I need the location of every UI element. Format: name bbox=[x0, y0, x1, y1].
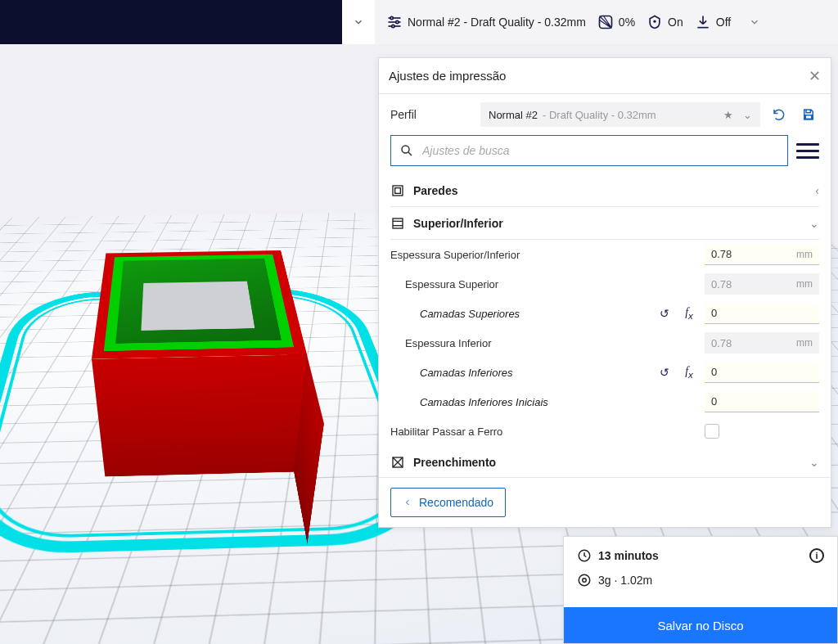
search-row bbox=[379, 132, 831, 174]
print-profile-summary[interactable]: Normal #2 - Draft Quality - 0.32mm bbox=[386, 14, 586, 30]
recommended-button[interactable]: Recomendado bbox=[390, 488, 506, 517]
search-box[interactable] bbox=[390, 135, 788, 166]
sliders-icon bbox=[386, 14, 403, 30]
setting-top-thickness: Espessura Superior 0.78 mm bbox=[390, 269, 819, 299]
setting-value-input[interactable]: 0 bbox=[705, 362, 819, 383]
profile-summary-text: Normal #2 - Draft Quality - 0.32mm bbox=[408, 16, 586, 29]
setting-bottom-thickness: Espessura Inferior 0.78 mm bbox=[390, 328, 819, 358]
adhesion-text: Off bbox=[716, 16, 731, 29]
search-icon bbox=[399, 143, 414, 158]
setting-unit: mm bbox=[796, 249, 813, 260]
material-text: 3g · 1.02m bbox=[598, 574, 652, 587]
panel-title: Ajustes de impressão bbox=[389, 69, 506, 83]
print-settings-panel: Ajustes de impressão ✕ Perfil Normal #2 … bbox=[378, 57, 831, 528]
setting-value-input[interactable]: 0 bbox=[705, 303, 819, 324]
setting-initial-bottom-layers: Camadas Inferiores Iniciais 0 bbox=[390, 387, 819, 417]
time-text: 13 minutos bbox=[598, 549, 659, 562]
setting-tb-thickness: Espessura Superior/Inferior 0.78 mm bbox=[390, 240, 819, 269]
setting-label: Espessura Superior/Inferior bbox=[390, 249, 698, 261]
panel-header: Ajustes de impressão ✕ bbox=[379, 58, 831, 94]
cube-front-wall bbox=[92, 354, 307, 476]
chevron-down-icon: ⌄ bbox=[809, 217, 819, 230]
profile-select[interactable]: Normal #2 - Draft Quality - 0.32mm ★ ⌄ bbox=[480, 102, 760, 127]
svg-point-19 bbox=[583, 579, 587, 583]
adhesion-icon bbox=[695, 14, 711, 30]
chevron-left-icon bbox=[403, 498, 412, 507]
chevron-down-icon bbox=[353, 16, 364, 28]
infill-icon bbox=[390, 455, 405, 470]
revert-icon[interactable]: ↺ bbox=[656, 307, 674, 320]
top-bar: Normal #2 - Draft Quality - 0.32mm 0% On… bbox=[0, 0, 838, 44]
revert-icon[interactable]: ↺ bbox=[656, 366, 674, 379]
info-icon[interactable]: i bbox=[809, 548, 824, 563]
infill-summary[interactable]: 0% bbox=[597, 14, 635, 30]
close-icon[interactable]: ✕ bbox=[809, 67, 821, 85]
svg-point-3 bbox=[396, 20, 399, 23]
reset-profile-button[interactable] bbox=[768, 104, 790, 125]
filament-icon bbox=[577, 573, 592, 588]
panel-footer: Recomendado bbox=[379, 477, 831, 527]
support-text: On bbox=[668, 16, 683, 29]
svg-rect-13 bbox=[393, 218, 403, 228]
section-walls-label: Paredes bbox=[413, 184, 807, 197]
setting-value: 0 bbox=[711, 395, 717, 408]
settings-list: Paredes ‹ Superior/Inferior ⌄ Espessura … bbox=[379, 174, 831, 477]
section-topbottom-label: Superior/Inferior bbox=[413, 217, 801, 230]
setting-unit: mm bbox=[796, 278, 813, 290]
setting-value-input[interactable]: 0.78 mm bbox=[705, 244, 819, 265]
profile-row: Perfil Normal #2 - Draft Quality - 0.32m… bbox=[379, 94, 831, 132]
profile-label: Perfil bbox=[390, 108, 472, 121]
setting-label: Espessura Inferior bbox=[390, 337, 698, 349]
chevron-left-icon: ‹ bbox=[815, 184, 819, 197]
section-topbottom[interactable]: Superior/Inferior ⌄ bbox=[390, 207, 819, 240]
setting-value-input[interactable]: 0.78 mm bbox=[705, 332, 819, 354]
setting-ironing: Habilitar Passar a Ferro bbox=[390, 417, 819, 446]
slice-info-panel: 13 minutos i 3g · 1.02m Salvar no Disco bbox=[563, 536, 838, 644]
adhesion-summary[interactable]: Off bbox=[695, 14, 731, 30]
save-to-disk-button[interactable]: Salvar no Disco bbox=[564, 607, 837, 643]
profile-select-name: Normal #2 bbox=[489, 109, 538, 121]
model-cube[interactable] bbox=[76, 295, 336, 475]
svg-rect-11 bbox=[393, 186, 403, 196]
setting-unit: mm bbox=[796, 337, 813, 349]
profile-select-desc: - Draft Quality - 0.32mm bbox=[543, 109, 656, 121]
chevron-down-icon: ⌄ bbox=[738, 109, 752, 121]
settings-menu-button[interactable] bbox=[796, 139, 819, 162]
formula-icon[interactable]: fx bbox=[680, 306, 698, 321]
setting-top-layers: Camadas Superiores ↺ fx 0 bbox=[390, 299, 819, 328]
star-icon[interactable]: ★ bbox=[723, 109, 733, 121]
svg-point-5 bbox=[392, 25, 394, 27]
setting-label: Espessura Superior bbox=[390, 278, 698, 290]
setting-label: Habilitar Passar a Ferro bbox=[390, 426, 698, 438]
setting-value: 0 bbox=[711, 307, 717, 319]
setting-value-input[interactable]: 0.78 mm bbox=[705, 273, 819, 295]
print-settings-strip[interactable]: Normal #2 - Draft Quality - 0.32mm 0% On… bbox=[375, 0, 838, 44]
ironing-checkbox[interactable] bbox=[705, 424, 719, 439]
save-icon bbox=[801, 107, 816, 122]
chevron-down-icon: ⌄ bbox=[809, 456, 819, 469]
setting-label: Camadas Inferiores Iniciais bbox=[390, 396, 698, 408]
setting-label: Camadas Inferiores bbox=[390, 367, 649, 379]
chevron-down-icon bbox=[749, 16, 760, 28]
walls-icon bbox=[390, 183, 405, 198]
setting-value-input[interactable]: 0 bbox=[705, 391, 819, 412]
svg-point-7 bbox=[653, 20, 656, 23]
setting-value: 0.78 bbox=[711, 248, 732, 260]
top-dropdown-toggle[interactable] bbox=[342, 0, 375, 44]
support-icon bbox=[647, 14, 663, 30]
section-infill[interactable]: Preenchimento ⌄ bbox=[390, 446, 819, 477]
section-infill-label: Preenchimento bbox=[413, 456, 801, 469]
section-walls[interactable]: Paredes ‹ bbox=[390, 174, 819, 207]
support-summary[interactable]: On bbox=[647, 14, 683, 30]
svg-point-18 bbox=[579, 574, 590, 586]
svg-line-10 bbox=[408, 152, 412, 155]
search-input[interactable] bbox=[422, 144, 779, 157]
infill-icon bbox=[597, 14, 614, 30]
print-strip-chevron[interactable] bbox=[742, 16, 767, 28]
save-profile-button[interactable] bbox=[798, 104, 819, 125]
formula-icon[interactable]: fx bbox=[680, 365, 698, 380]
clock-icon bbox=[577, 548, 592, 563]
topbottom-icon bbox=[390, 216, 405, 231]
material-row: 3g · 1.02m bbox=[564, 568, 837, 592]
setting-bottom-layers: Camadas Inferiores ↺ fx 0 bbox=[390, 358, 819, 387]
